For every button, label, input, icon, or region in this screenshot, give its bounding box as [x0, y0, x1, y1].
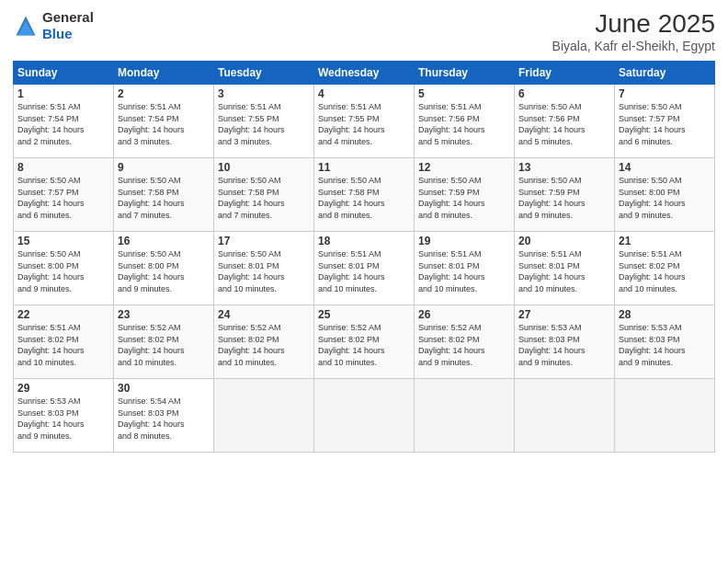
day-number: 20 [518, 235, 610, 247]
day-info: Sunrise: 5:53 AM Sunset: 8:03 PM Dayligh… [619, 322, 711, 368]
day-info: Sunrise: 5:51 AM Sunset: 7:54 PM Dayligh… [118, 101, 210, 147]
day-number: 5 [418, 87, 510, 100]
calendar-table: Sunday Monday Tuesday Wednesday Thursday… [13, 61, 715, 453]
day-number: 30 [118, 382, 210, 395]
calendar-cell: 26Sunrise: 5:52 AM Sunset: 8:02 PM Dayli… [415, 305, 515, 379]
day-info: Sunrise: 5:53 AM Sunset: 8:03 PM Dayligh… [17, 396, 109, 442]
calendar-cell: 21Sunrise: 5:51 AM Sunset: 8:02 PM Dayli… [615, 232, 715, 305]
logo-general-text: General [42, 9, 94, 25]
calendar-cell: 3Sunrise: 5:51 AM Sunset: 7:55 PM Daylig… [214, 85, 314, 158]
calendar-cell: 15Sunrise: 5:50 AM Sunset: 8:00 PM Dayli… [14, 232, 114, 305]
day-number: 23 [118, 308, 210, 321]
day-info: Sunrise: 5:50 AM Sunset: 7:57 PM Dayligh… [619, 101, 711, 147]
day-info: Sunrise: 5:53 AM Sunset: 8:03 PM Dayligh… [518, 322, 610, 368]
day-info: Sunrise: 5:50 AM Sunset: 8:01 PM Dayligh… [218, 248, 310, 294]
calendar-cell [314, 379, 415, 453]
header: General Blue June 2025 Biyala, Kafr el-S… [13, 9, 715, 53]
day-number: 1 [17, 87, 109, 100]
day-info: Sunrise: 5:51 AM Sunset: 8:02 PM Dayligh… [619, 248, 711, 294]
day-info: Sunrise: 5:51 AM Sunset: 7:55 PM Dayligh… [318, 101, 410, 147]
page: General Blue June 2025 Biyala, Kafr el-S… [0, 0, 728, 563]
logo-icon [13, 13, 39, 39]
day-number: 22 [17, 308, 109, 321]
day-number: 4 [318, 87, 410, 100]
calendar-cell: 16Sunrise: 5:50 AM Sunset: 8:00 PM Dayli… [114, 232, 214, 305]
calendar-cell: 2Sunrise: 5:51 AM Sunset: 7:54 PM Daylig… [114, 85, 214, 158]
day-info: Sunrise: 5:50 AM Sunset: 7:58 PM Dayligh… [318, 175, 410, 221]
calendar-week-5: 29Sunrise: 5:53 AM Sunset: 8:03 PM Dayli… [14, 379, 715, 453]
calendar-cell: 9Sunrise: 5:50 AM Sunset: 7:58 PM Daylig… [114, 158, 214, 232]
calendar-week-2: 8Sunrise: 5:50 AM Sunset: 7:57 PM Daylig… [14, 158, 715, 232]
calendar-cell: 1Sunrise: 5:51 AM Sunset: 7:54 PM Daylig… [14, 85, 114, 158]
day-info: Sunrise: 5:52 AM Sunset: 8:02 PM Dayligh… [218, 322, 310, 368]
calendar-cell: 18Sunrise: 5:51 AM Sunset: 8:01 PM Dayli… [314, 232, 415, 305]
day-info: Sunrise: 5:51 AM Sunset: 8:02 PM Dayligh… [17, 322, 109, 368]
day-info: Sunrise: 5:50 AM Sunset: 8:00 PM Dayligh… [619, 175, 711, 221]
calendar-cell: 4Sunrise: 5:51 AM Sunset: 7:55 PM Daylig… [314, 85, 415, 158]
calendar-cell: 29Sunrise: 5:53 AM Sunset: 8:03 PM Dayli… [14, 379, 114, 453]
logo-blue-text: Blue [42, 26, 73, 41]
day-info: Sunrise: 5:50 AM Sunset: 7:59 PM Dayligh… [418, 175, 510, 221]
day-number: 8 [17, 161, 109, 174]
day-info: Sunrise: 5:51 AM Sunset: 7:55 PM Dayligh… [218, 101, 310, 147]
day-info: Sunrise: 5:52 AM Sunset: 8:02 PM Dayligh… [318, 322, 410, 368]
col-friday: Friday [515, 62, 615, 85]
day-number: 25 [318, 308, 410, 321]
calendar-cell [214, 379, 314, 453]
day-info: Sunrise: 5:50 AM Sunset: 7:59 PM Dayligh… [518, 175, 610, 221]
calendar-cell: 20Sunrise: 5:51 AM Sunset: 8:01 PM Dayli… [515, 232, 615, 305]
calendar-cell: 14Sunrise: 5:50 AM Sunset: 8:00 PM Dayli… [615, 158, 715, 232]
calendar-cell: 11Sunrise: 5:50 AM Sunset: 7:58 PM Dayli… [314, 158, 415, 232]
day-info: Sunrise: 5:54 AM Sunset: 8:03 PM Dayligh… [118, 396, 210, 442]
col-thursday: Thursday [415, 62, 515, 85]
day-number: 13 [518, 161, 610, 174]
day-number: 26 [418, 308, 510, 321]
calendar-week-1: 1Sunrise: 5:51 AM Sunset: 7:54 PM Daylig… [14, 85, 715, 158]
calendar-cell: 6Sunrise: 5:50 AM Sunset: 7:56 PM Daylig… [515, 85, 615, 158]
col-tuesday: Tuesday [214, 62, 314, 85]
day-number: 9 [118, 161, 210, 174]
col-wednesday: Wednesday [314, 62, 415, 85]
logo: General Blue [13, 9, 94, 42]
day-info: Sunrise: 5:50 AM Sunset: 7:57 PM Dayligh… [17, 175, 109, 221]
calendar-cell: 7Sunrise: 5:50 AM Sunset: 7:57 PM Daylig… [615, 85, 715, 158]
day-info: Sunrise: 5:50 AM Sunset: 8:00 PM Dayligh… [17, 248, 109, 294]
calendar-cell: 19Sunrise: 5:51 AM Sunset: 8:01 PM Dayli… [415, 232, 515, 305]
calendar-week-3: 15Sunrise: 5:50 AM Sunset: 8:00 PM Dayli… [14, 232, 715, 305]
calendar-cell: 12Sunrise: 5:50 AM Sunset: 7:59 PM Dayli… [415, 158, 515, 232]
calendar-week-4: 22Sunrise: 5:51 AM Sunset: 8:02 PM Dayli… [14, 305, 715, 379]
day-number: 29 [17, 382, 109, 395]
day-number: 15 [17, 235, 109, 247]
day-info: Sunrise: 5:51 AM Sunset: 7:56 PM Dayligh… [418, 101, 510, 147]
calendar-cell [415, 379, 515, 453]
day-info: Sunrise: 5:50 AM Sunset: 7:56 PM Dayligh… [518, 101, 610, 147]
day-number: 28 [619, 308, 711, 321]
day-number: 19 [418, 235, 510, 247]
calendar-cell: 8Sunrise: 5:50 AM Sunset: 7:57 PM Daylig… [14, 158, 114, 232]
day-number: 6 [518, 87, 610, 100]
calendar-header-row: Sunday Monday Tuesday Wednesday Thursday… [14, 62, 715, 85]
calendar-cell: 22Sunrise: 5:51 AM Sunset: 8:02 PM Dayli… [14, 305, 114, 379]
day-number: 16 [118, 235, 210, 247]
day-info: Sunrise: 5:51 AM Sunset: 8:01 PM Dayligh… [418, 248, 510, 294]
calendar-cell: 13Sunrise: 5:50 AM Sunset: 7:59 PM Dayli… [515, 158, 615, 232]
day-info: Sunrise: 5:50 AM Sunset: 7:58 PM Dayligh… [118, 175, 210, 221]
day-number: 11 [318, 161, 410, 174]
day-info: Sunrise: 5:50 AM Sunset: 7:58 PM Dayligh… [218, 175, 310, 221]
title-block: June 2025 Biyala, Kafr el-Sheikh, Egypt [552, 9, 715, 53]
day-info: Sunrise: 5:51 AM Sunset: 7:54 PM Dayligh… [17, 101, 109, 147]
day-number: 12 [418, 161, 510, 174]
calendar-subtitle: Biyala, Kafr el-Sheikh, Egypt [552, 39, 715, 53]
day-info: Sunrise: 5:51 AM Sunset: 8:01 PM Dayligh… [318, 248, 410, 294]
calendar-cell: 30Sunrise: 5:54 AM Sunset: 8:03 PM Dayli… [114, 379, 214, 453]
day-info: Sunrise: 5:52 AM Sunset: 8:02 PM Dayligh… [118, 322, 210, 368]
day-number: 3 [218, 87, 310, 100]
day-number: 21 [619, 235, 711, 247]
calendar-title: June 2025 [552, 9, 715, 39]
logo-text: General Blue [42, 9, 94, 42]
day-info: Sunrise: 5:50 AM Sunset: 8:00 PM Dayligh… [118, 248, 210, 294]
day-info: Sunrise: 5:51 AM Sunset: 8:01 PM Dayligh… [518, 248, 610, 294]
calendar-cell: 24Sunrise: 5:52 AM Sunset: 8:02 PM Dayli… [214, 305, 314, 379]
day-number: 10 [218, 161, 310, 174]
calendar-cell [515, 379, 615, 453]
